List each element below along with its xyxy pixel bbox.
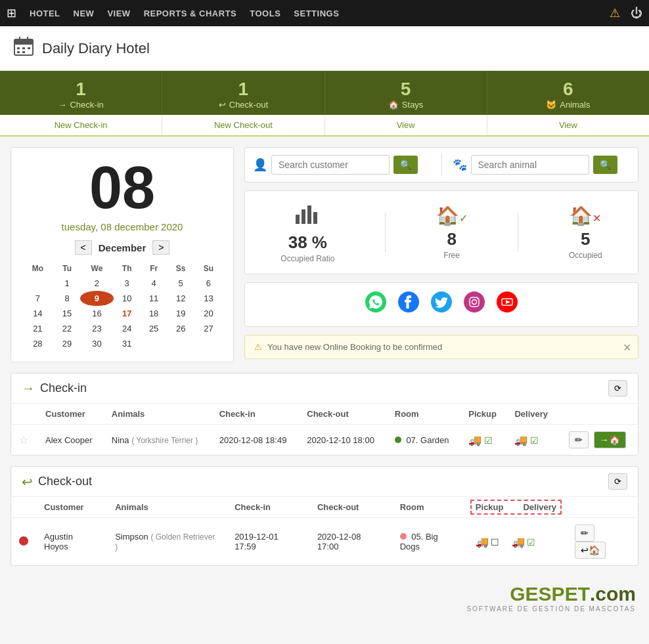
row-checkout-date: 2020-12-08 17:00: [309, 518, 392, 566]
youtube-icon[interactable]: [496, 291, 518, 318]
delivery-check-icon: ☑: [527, 537, 535, 547]
alert-icon[interactable]: ⚠: [610, 6, 620, 20]
room-status-dot: [400, 533, 407, 540]
calendar-day: [22, 276, 54, 291]
animals-cat-icon: 🐱: [546, 100, 556, 110]
calendar-day[interactable]: 30: [80, 336, 113, 351]
stat-animals[interactable]: 6 🐱 Animals: [487, 71, 649, 115]
nav-hotel[interactable]: HOTEL: [30, 9, 60, 18]
edit-button[interactable]: ✏: [569, 431, 589, 448]
day-su: Su: [194, 261, 223, 276]
nav-new[interactable]: NEW: [74, 9, 95, 18]
occupied-card: 🏠✕ 5 Occupied: [569, 205, 602, 260]
facebook-icon[interactable]: [397, 291, 420, 318]
col-room: Room: [392, 497, 468, 518]
calendar-day: [194, 336, 223, 351]
twitter-icon[interactable]: [430, 291, 453, 318]
col-customer: Customer: [36, 497, 107, 518]
calendar-day[interactable]: 10: [114, 291, 141, 306]
customer-search-input[interactable]: [271, 155, 390, 175]
calendar-day[interactable]: 26: [167, 321, 194, 336]
calendar-day[interactable]: 27: [194, 321, 223, 336]
status-red-dot: [19, 536, 28, 546]
nav-tools[interactable]: TOOLS: [250, 9, 280, 18]
calendar-day[interactable]: 6: [194, 276, 223, 291]
nav-reports[interactable]: REPORTS & CHARTS: [144, 9, 237, 18]
calendar-day[interactable]: 8: [54, 291, 81, 306]
nav-right-actions: ⚠ ⏻: [610, 6, 642, 20]
animal-search-button[interactable]: 🔍: [593, 156, 617, 174]
customer-search-button[interactable]: 🔍: [393, 156, 418, 174]
nav-settings[interactable]: SETTINGS: [294, 9, 339, 18]
calendar-day[interactable]: 18: [141, 306, 168, 321]
edit-button[interactable]: ✏: [575, 525, 594, 542]
logo-text: GESPET.com: [13, 583, 636, 605]
svg-rect-12: [313, 212, 317, 224]
whatsapp-icon[interactable]: [365, 291, 387, 318]
svg-rect-4: [17, 47, 20, 49]
calendar-day[interactable]: 21: [22, 321, 54, 336]
calendar-icon: [13, 35, 34, 61]
prev-month-button[interactable]: <: [75, 240, 92, 255]
calendar-day[interactable]: 16: [80, 306, 113, 321]
checkin-section-icon: →: [22, 381, 35, 396]
checkin-title: → Check-in: [22, 381, 87, 396]
svg-point-16: [464, 291, 485, 312]
calendar-day[interactable]: 15: [54, 306, 81, 321]
stat-checkin[interactable]: 1 → Check-in: [0, 71, 162, 115]
bookmark-icon[interactable]: ☆: [19, 435, 28, 446]
checkin-action-button[interactable]: →🏠: [594, 431, 626, 448]
calendar-day[interactable]: 24: [114, 321, 141, 336]
calendar-day[interactable]: 12: [167, 291, 194, 306]
nav-view[interactable]: VIEW: [107, 9, 130, 18]
checkin-refresh-button[interactable]: ⟳: [608, 380, 627, 397]
alert-bar: ⚠ You have new Online Booking to be conf…: [244, 335, 638, 359]
pickup-truck-icon: 🚚: [476, 536, 489, 547]
calendar-day[interactable]: 7: [22, 291, 54, 306]
calendar-day[interactable]: 3: [114, 276, 141, 291]
calendar-day[interactable]: 9: [80, 291, 113, 306]
checkout-refresh-button[interactable]: ⟳: [608, 473, 627, 490]
calendar-day[interactable]: 11: [141, 291, 168, 306]
instagram-icon[interactable]: [463, 291, 485, 318]
calendar-day[interactable]: 20: [194, 306, 223, 321]
col-checkout: Check-out: [299, 404, 387, 425]
checkin-section-header: → Check-in ⟳: [11, 374, 638, 404]
stat-stays[interactable]: 5 🏠 Stays: [325, 71, 487, 115]
calendar-day[interactable]: 1: [54, 276, 81, 291]
col-animals: Animals: [104, 404, 212, 425]
row-animal: Nina ( Yorkshire Terrier ): [104, 425, 212, 456]
stat-checkout[interactable]: 1 ↩ Check-out: [162, 71, 324, 115]
svg-rect-9: [296, 215, 300, 224]
alert-close-button[interactable]: ✕: [623, 341, 631, 353]
checkout-section-header: ↩ Check-out ⟳: [11, 467, 638, 497]
calendar-day[interactable]: 17: [114, 306, 141, 321]
calendar-day[interactable]: 2: [80, 276, 113, 291]
calendar-day[interactable]: 25: [141, 321, 168, 336]
occupied-house-icon: 🏠✕: [569, 205, 602, 226]
new-checkin-action[interactable]: New Check-in: [0, 115, 162, 135]
calendar-day[interactable]: 5: [167, 276, 194, 291]
row-checkout-date: 2020-12-10 18:00: [299, 425, 387, 456]
big-date: 08: [22, 158, 223, 217]
col-delivery: Delivery: [506, 404, 558, 425]
calendar-day[interactable]: 31: [114, 336, 141, 351]
power-icon[interactable]: ⏻: [631, 7, 642, 20]
free-house-icon: 🏠✓: [436, 205, 468, 226]
calendar-day[interactable]: 14: [22, 306, 54, 321]
calendar-day[interactable]: 23: [80, 321, 113, 336]
view-animals-action[interactable]: View: [487, 115, 649, 135]
animal-search-input[interactable]: [471, 155, 589, 175]
grid-icon[interactable]: ⊞: [7, 6, 16, 20]
calendar-day[interactable]: 19: [167, 306, 194, 321]
calendar-section: 08 tuesday, 08 december 2020 < December …: [11, 147, 234, 362]
calendar-day[interactable]: 28: [22, 336, 54, 351]
calendar-day[interactable]: 4: [141, 276, 168, 291]
checkout-action-button[interactable]: ↩🏠: [575, 542, 606, 559]
calendar-day[interactable]: 22: [54, 321, 81, 336]
calendar-day[interactable]: 13: [194, 291, 223, 306]
new-checkout-action[interactable]: New Check-out: [162, 115, 324, 135]
view-stays-action[interactable]: View: [325, 115, 487, 135]
calendar-day[interactable]: 29: [54, 336, 81, 351]
next-month-button[interactable]: >: [152, 240, 169, 255]
